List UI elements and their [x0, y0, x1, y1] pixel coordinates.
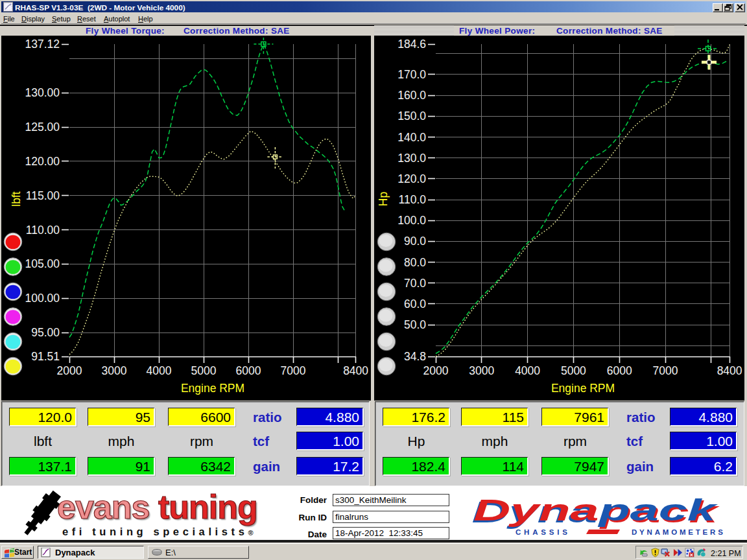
- svg-text:4000: 4000: [147, 364, 172, 377]
- svg-text:3000: 3000: [469, 364, 494, 377]
- svg-text:184.6: 184.6: [397, 38, 426, 51]
- svg-text:34.8: 34.8: [404, 350, 426, 363]
- svg-text:2000: 2000: [423, 364, 449, 377]
- svg-text:100.0: 100.0: [397, 214, 426, 227]
- svg-text:4000: 4000: [515, 364, 540, 377]
- svg-text:115.00: 115.00: [26, 189, 60, 202]
- svg-text:6000: 6000: [607, 364, 632, 377]
- svg-text:91.51: 91.51: [31, 350, 60, 363]
- svg-text:110.0: 110.0: [399, 193, 427, 206]
- svg-text:8400: 8400: [343, 364, 368, 377]
- svg-text:120.0: 120.0: [397, 172, 426, 185]
- svg-text:8400: 8400: [717, 364, 742, 377]
- svg-text:90.0: 90.0: [404, 235, 426, 248]
- svg-text:95.00: 95.00: [31, 326, 60, 339]
- svg-text:80.0: 80.0: [404, 256, 426, 269]
- svg-text:5000: 5000: [191, 364, 217, 377]
- svg-text:70.0: 70.0: [404, 277, 426, 290]
- svg-text:50.0: 50.0: [404, 318, 426, 331]
- svg-text:140.0: 140.0: [397, 131, 426, 144]
- svg-text:lbft: lbft: [10, 191, 23, 206]
- svg-text:150.0: 150.0: [397, 110, 426, 122]
- svg-text:160.0: 160.0: [397, 89, 426, 102]
- svg-text:120.00: 120.00: [25, 155, 60, 168]
- svg-text:Engine RPM: Engine RPM: [551, 382, 615, 395]
- svg-text:Hp: Hp: [377, 192, 390, 206]
- svg-text:125.00: 125.00: [25, 121, 60, 134]
- svg-text:130.00: 130.00: [25, 86, 60, 99]
- svg-text:6000: 6000: [236, 364, 261, 377]
- svg-text:5000: 5000: [561, 364, 586, 377]
- svg-text:3000: 3000: [102, 364, 127, 377]
- svg-text:170.0: 170.0: [397, 68, 426, 81]
- svg-text:110.00: 110.00: [26, 224, 60, 237]
- svg-text:137.12: 137.12: [25, 38, 60, 51]
- svg-text:105.00: 105.00: [25, 257, 60, 270]
- svg-text:100.00: 100.00: [25, 292, 60, 305]
- svg-text:7000: 7000: [653, 364, 678, 377]
- svg-text:Engine RPM: Engine RPM: [181, 382, 244, 395]
- svg-text:60.0: 60.0: [404, 298, 426, 310]
- svg-text:130.0: 130.0: [397, 152, 426, 165]
- svg-text:2000: 2000: [57, 364, 82, 377]
- svg-text:7000: 7000: [281, 364, 306, 377]
